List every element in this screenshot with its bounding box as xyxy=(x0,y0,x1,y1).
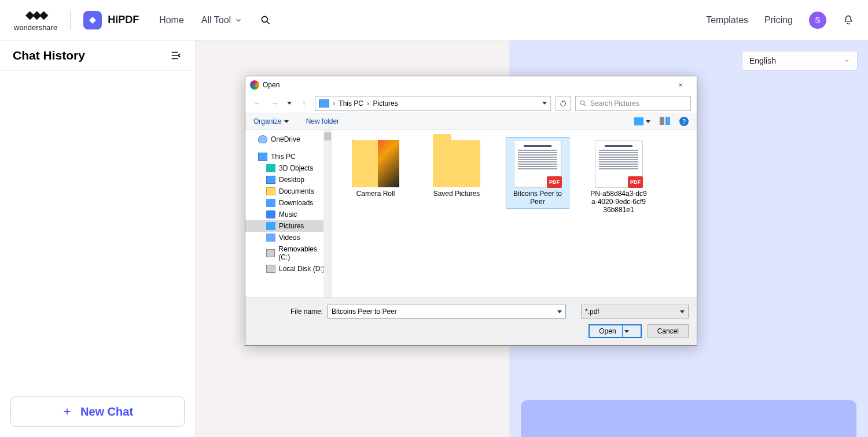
nav-links: Home All Tool xyxy=(159,14,271,26)
chat-history-title: Chat History xyxy=(13,49,85,62)
nav-up-button[interactable]: ↑ xyxy=(297,97,310,110)
view-icon xyxy=(634,117,643,125)
new-folder-button[interactable]: New folder xyxy=(306,117,339,125)
cube-icon xyxy=(266,164,275,172)
tree-label: Pictures xyxy=(279,222,304,230)
avatar[interactable]: S xyxy=(809,12,826,29)
tree-documents[interactable]: Documents xyxy=(245,186,332,197)
file-label: Camera Roll xyxy=(356,190,395,198)
cancel-label: Cancel xyxy=(657,327,679,335)
chevron-down-icon xyxy=(234,16,242,24)
sidebar: Chat History New Chat xyxy=(0,40,196,437)
folder-thumb-icon xyxy=(352,140,399,187)
tree-removables[interactable]: Removables (C:) xyxy=(245,243,332,263)
nav-home[interactable]: Home xyxy=(159,15,184,25)
tree-pictures[interactable]: Pictures xyxy=(245,220,332,232)
svg-point-0 xyxy=(262,16,267,22)
tree-label: Desktop xyxy=(279,176,304,184)
breadcrumb-root[interactable]: This PC xyxy=(339,99,363,108)
music-icon xyxy=(266,210,275,218)
open-button[interactable]: Open xyxy=(589,324,641,338)
breadcrumb-sep: › xyxy=(333,99,335,108)
folder-tree: OneDrive This PC 3D Objects Desktop Docu… xyxy=(245,130,332,297)
file-pn-doc[interactable]: PDF PN-a58d84a3-dc9a-4020-9edc-6cf936b88… xyxy=(587,137,650,217)
nav-templates[interactable]: Templates xyxy=(706,15,748,25)
nav-back-button[interactable]: ← xyxy=(251,97,264,110)
filename-input[interactable]: Bitcoins Peer to Peer xyxy=(328,305,566,319)
picture-icon xyxy=(266,222,275,230)
tree-label: Videos xyxy=(279,234,300,242)
cloud-icon xyxy=(258,135,267,143)
tree-videos[interactable]: Videos xyxy=(245,232,332,243)
preview-pane-button[interactable] xyxy=(660,117,670,127)
tree-music[interactable]: Music xyxy=(245,209,332,220)
new-folder-label: New folder xyxy=(306,117,339,125)
filename-value: Bitcoins Peer to Peer xyxy=(332,308,397,316)
filename-row: File name: Bitcoins Peer to Peer *.pdf xyxy=(253,305,689,319)
collapse-icon[interactable] xyxy=(170,49,182,62)
scrollbar-thumb[interactable] xyxy=(324,132,331,140)
tree-downloads[interactable]: Downloads xyxy=(245,197,332,209)
organize-button[interactable]: Organize xyxy=(253,117,289,125)
wondershare-brand[interactable]: ◆◆◆ wondershare xyxy=(14,9,57,31)
svg-rect-2 xyxy=(660,117,664,125)
hipdf-brand[interactable]: HiPDF xyxy=(83,11,139,29)
chevron-down-icon[interactable] xyxy=(542,102,547,105)
help-button[interactable]: ? xyxy=(679,117,689,126)
tree-scrollbar[interactable] xyxy=(323,130,332,297)
nav-search[interactable] xyxy=(260,14,271,26)
address-bar[interactable]: › This PC › Pictures xyxy=(315,96,551,111)
breadcrumb-folder[interactable]: Pictures xyxy=(373,99,398,108)
desktop-icon xyxy=(266,176,275,184)
tree-3d-objects[interactable]: 3D Objects xyxy=(245,162,332,174)
file-camera-roll[interactable]: Camera Roll xyxy=(344,137,407,201)
file-grid: Camera Roll Saved Pictures PDF Bitcoins … xyxy=(332,130,697,297)
refresh-button[interactable] xyxy=(556,96,571,111)
close-button[interactable] xyxy=(669,78,692,92)
pdf-thumb-icon: PDF xyxy=(595,140,642,187)
tree-label: Music xyxy=(279,210,297,218)
hipdf-label: HiPDF xyxy=(108,14,139,26)
new-chat-button[interactable]: New Chat xyxy=(10,397,185,427)
tree-label: Local Disk (D:) xyxy=(279,265,325,273)
cancel-button[interactable]: Cancel xyxy=(648,324,689,338)
tree-onedrive[interactable]: OneDrive xyxy=(245,134,332,145)
nav-forward-button[interactable]: → xyxy=(269,97,281,110)
chevron-down-icon[interactable] xyxy=(557,310,562,313)
divider xyxy=(70,10,71,30)
file-saved-pictures[interactable]: Saved Pictures xyxy=(425,137,488,201)
nav-all-tool[interactable]: All Tool xyxy=(201,15,242,25)
nav-all-tool-label: All Tool xyxy=(201,15,231,25)
nav-pricing[interactable]: Pricing xyxy=(764,15,793,25)
close-icon xyxy=(677,82,684,88)
avatar-initial: S xyxy=(815,16,820,25)
nav-home-label: Home xyxy=(159,15,184,25)
language-select[interactable]: English xyxy=(742,51,858,71)
bell-icon[interactable] xyxy=(843,14,854,26)
chat-input-bar[interactable] xyxy=(521,400,856,437)
nav-recent-button[interactable] xyxy=(286,97,293,110)
tree-desktop[interactable]: Desktop xyxy=(245,174,332,186)
tree-local-disk[interactable]: Local Disk (D:) xyxy=(245,263,332,275)
tree-label: Downloads xyxy=(279,199,313,207)
tree-this-pc[interactable]: This PC xyxy=(245,151,332,162)
open-dropdown[interactable] xyxy=(622,325,631,337)
preview-icon xyxy=(660,117,670,125)
file-open-dialog: Open ← → ↑ › This PC › Pictures Search P… xyxy=(245,76,697,346)
download-icon xyxy=(266,199,275,207)
tree-label: This PC xyxy=(271,153,296,161)
dialog-title: Open xyxy=(263,81,279,89)
file-label: PN-a58d84a3-dc9a-4020-9edc-6cf936b881e1 xyxy=(590,190,648,214)
dialog-footer: File name: Bitcoins Peer to Peer *.pdf O… xyxy=(245,297,697,345)
filetype-select[interactable]: *.pdf xyxy=(581,305,689,319)
file-bitcoins-peer-to-peer[interactable]: PDF Bitcoins Peer to Peer xyxy=(506,137,569,209)
view-mode-button[interactable] xyxy=(634,117,650,125)
file-label: Bitcoins Peer to Peer xyxy=(509,190,567,206)
pc-icon xyxy=(319,99,329,108)
chrome-icon xyxy=(250,80,259,90)
button-row: Open Cancel xyxy=(253,324,689,338)
dialog-titlebar: Open xyxy=(245,76,697,94)
search-input[interactable]: Search Pictures xyxy=(575,96,691,111)
refresh-icon xyxy=(559,99,567,108)
search-icon xyxy=(579,99,587,107)
